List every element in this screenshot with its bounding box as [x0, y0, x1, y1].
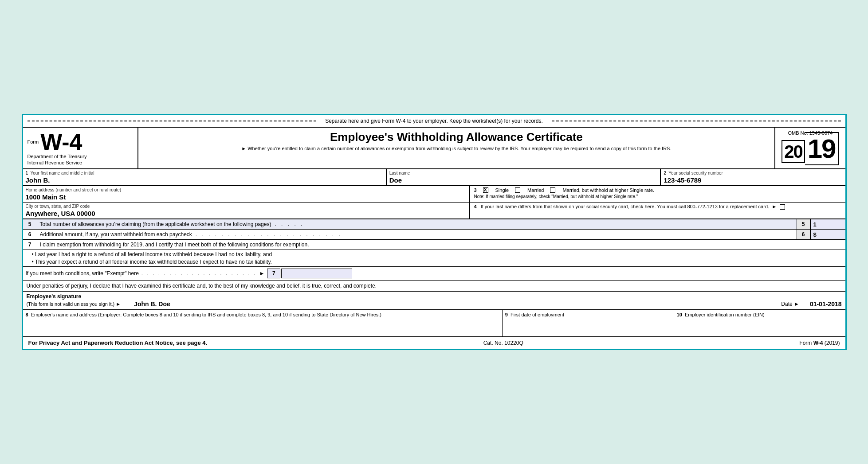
dash-right	[552, 121, 841, 121]
first-name-label-text: Your first name and middle initial	[30, 171, 94, 175]
row7-desc: I claim exemption from withholding for 2…	[37, 240, 792, 250]
row-1: 1 Your first name and middle initial Joh…	[23, 169, 845, 186]
row5-desc-text: Total number of allowances you're claimi…	[40, 221, 271, 227]
city-label: City or town, state, and ZIP code	[26, 204, 467, 209]
diff-cell: 4 If your last name differs from that sh…	[470, 203, 845, 218]
row7-main: 7 I claim exemption from withholding for…	[23, 240, 845, 250]
emp10-label: Employer identification number (EIN)	[685, 312, 765, 317]
emp-ein-label: 10 Employer identification number (EIN)	[677, 312, 843, 317]
single-checkbox[interactable]	[483, 187, 488, 193]
married-note: Note: If married filing separately, chec…	[474, 194, 841, 199]
married-checkbox[interactable]	[515, 187, 520, 193]
footer-right-post: (2019)	[823, 340, 840, 346]
field3-label: 3	[474, 187, 476, 193]
city-value: Anywhere, USA 00000	[26, 209, 467, 217]
form-title: Employee's Withholding Allowance Certifi…	[143, 130, 770, 144]
ssn-value: 123-45-6789	[664, 175, 842, 184]
first-name-value: John B.	[26, 175, 383, 184]
employer-ein-cell: 10 Employer identification number (EIN)	[674, 310, 845, 336]
penalties-text: Under penalties of perjury, I declare th…	[27, 283, 377, 289]
ssn-label-text: Your social security number	[668, 171, 723, 175]
row5-num: 5	[23, 219, 37, 229]
city-cell: City or town, state, and ZIP code Anywhe…	[23, 203, 471, 218]
married-label: Married	[527, 187, 544, 193]
row7-exempt-field[interactable]	[281, 269, 352, 278]
w4-form: Separate here and give Form W-4 to your …	[22, 114, 847, 351]
year-20: 20	[782, 140, 805, 163]
filing-status-cell: 3 Single Married Married, but withhold a…	[470, 186, 845, 202]
row6-desc: Additional amount, if any, you want with…	[37, 230, 797, 239]
row-3: City or town, state, and ZIP code Anywhe…	[23, 203, 845, 219]
footer-row: For Privacy Act and Paperwork Reduction …	[23, 337, 845, 349]
row5-box-label: 5	[797, 219, 810, 229]
sig-title: Employee's signature	[27, 293, 842, 300]
row6-dots: . . . . . . . . . . . . . . . . . . . . …	[192, 231, 794, 238]
w4-logo: W-4	[40, 130, 82, 153]
employer-row: 8 Employer's name and address (Employer:…	[23, 310, 845, 337]
emp-date-label: 9 First date of employment	[505, 312, 671, 317]
row7-if-text: If you meet both conditions, write "Exem…	[26, 270, 139, 277]
header-right: OMB No. 1545-0074 2019	[775, 128, 845, 169]
footer-right-pre: Form	[799, 340, 813, 346]
row5-dots: . . . . .	[271, 221, 793, 227]
sig-line: (This form is not valid unless you sign …	[27, 300, 842, 308]
married-higher-label: Married, but withhold at higher Single r…	[562, 187, 654, 193]
row7-bullet2: • This year I expect a refund of all fed…	[32, 259, 843, 265]
row6-num: 6	[23, 230, 37, 239]
row-7-area: 7 I claim exemption from withholding for…	[23, 240, 845, 281]
row6-box-label: 6	[797, 230, 810, 239]
address-label: Home address (number and street or rural…	[26, 187, 467, 192]
ssn-cell: 2 Your social security number 123-45-678…	[661, 169, 845, 185]
year-display: 2019	[782, 136, 839, 162]
emp-num: 8	[26, 312, 28, 317]
single-label: Single	[495, 187, 509, 193]
form-subtitle: ► Whether you're entitled to claim a cer…	[143, 146, 770, 151]
emp-label-text: Employer's name and address (Employer: C…	[31, 312, 381, 317]
row7-if-dots: . . . . . . . . . . . . . . . . . . . . …	[139, 270, 259, 277]
diff-checkbox[interactable]	[780, 204, 785, 210]
row6-desc-text: Additional amount, if any, you want with…	[40, 231, 192, 238]
employer-label: 8 Employer's name and address (Employer:…	[26, 312, 499, 317]
footer-center: Cat. No. 10220Q	[483, 340, 523, 346]
year-19: 19	[805, 132, 839, 165]
form-branding: Form W-4 Department of the Treasury Inte…	[27, 130, 87, 166]
row-6: 6 Additional amount, if any, you want wi…	[23, 230, 845, 240]
separator-row: Separate here and give Form W-4 to your …	[23, 115, 845, 128]
last-name-cell: Last name Doe	[387, 169, 661, 185]
header-left: Form W-4 Department of the Treasury Inte…	[23, 128, 138, 169]
date-label: Date ►	[781, 301, 799, 307]
dept-label: Department of the Treasury	[27, 153, 87, 160]
irs-label: Internal Revenue Service	[27, 160, 87, 166]
header-row: Form W-4 Department of the Treasury Inte…	[23, 128, 845, 170]
dash-left	[27, 121, 317, 121]
row7-num: 7	[23, 240, 37, 250]
field4-num: 4	[474, 204, 476, 209]
row7-ifline: If you meet both conditions, write "Exem…	[23, 267, 845, 280]
header-center: Employee's Withholding Allowance Certifi…	[138, 128, 776, 169]
row-5: 5 Total number of allowances you're clai…	[23, 219, 845, 230]
row6-value: $	[810, 230, 845, 239]
last-name-value: Doe	[389, 175, 658, 184]
diff-arrow: ►	[772, 204, 777, 209]
ssn-label: 2 Your social security number	[664, 171, 842, 175]
row-2: Home address (number and street or rural…	[23, 186, 845, 203]
row7-bullets: • Last year I had a right to a refund of…	[23, 250, 845, 267]
employer-date-cell: 9 First date of employment	[503, 310, 674, 336]
diff-text: If your last name differs from that show…	[481, 204, 769, 209]
emp9-num: 9	[505, 312, 508, 317]
date-value: 01-01-2018	[810, 300, 842, 308]
form-label: Form	[27, 139, 39, 145]
address-value: 1000 Main St	[26, 192, 467, 201]
row5-value: 1	[810, 219, 845, 229]
footer-right: Form W-4 (2019)	[799, 340, 840, 346]
row1-num: 1	[26, 171, 28, 175]
penalties-row: Under penalties of perjury, I declare th…	[23, 281, 845, 292]
row7-box-label: 7	[267, 269, 280, 278]
employer-name-cell: 8 Employer's name and address (Employer:…	[23, 310, 503, 336]
first-name-cell: 1 Your first name and middle initial Joh…	[23, 169, 387, 185]
ssn-num: 2	[664, 171, 666, 175]
sep-text: Separate here and give Form W-4 to your …	[325, 118, 543, 124]
last-name-label: Last name	[389, 171, 658, 175]
footer-right-bold: W-4	[813, 340, 823, 346]
married-higher-checkbox[interactable]	[550, 187, 555, 193]
